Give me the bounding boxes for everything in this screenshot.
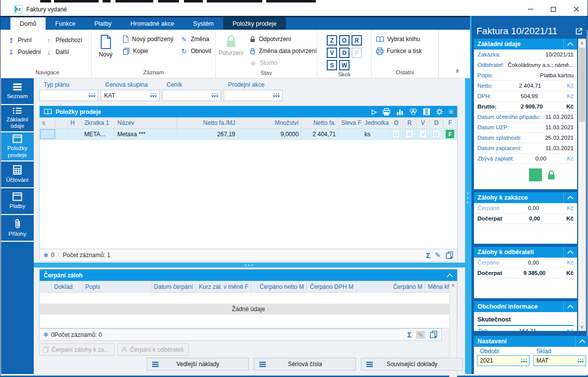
column-header[interactable]: Doklad [52, 281, 83, 292]
sidebar-item-uctovani[interactable]: Účtování [1, 162, 34, 188]
tab-polozky-prodeje[interactable]: Položky prodeje [223, 17, 286, 30]
sum-icon[interactable]: Σ [426, 251, 430, 260]
previous-button[interactable]: ↑Předchozí [44, 34, 86, 46]
unconfirm-button[interactable]: Odpotvrzení [248, 33, 318, 45]
storno-button[interactable]: ⊗Storno [248, 57, 318, 69]
edit-icon[interactable]: ✎ [416, 331, 425, 339]
first-button[interactable]: ↥První [6, 34, 44, 46]
pick-book-button[interactable]: Vybrat knihu [375, 33, 423, 45]
sidebar-item-prilohy[interactable]: Přílohy [1, 215, 34, 242]
column-header[interactable]: R [403, 117, 416, 128]
horizontal-splitter[interactable]: ••• [34, 263, 465, 268]
jump-key-v[interactable]: V [327, 48, 337, 58]
last-button[interactable]: ↧Poslední [6, 46, 44, 58]
sklad-dropdown[interactable]: MAT [533, 355, 586, 366]
minimize-button[interactable] [519, 2, 542, 16]
sidebar-item-platby[interactable]: Platby [1, 188, 34, 215]
scroll-thumb[interactable] [579, 48, 585, 122]
new-child-button[interactable]: Nový podřízený [121, 33, 174, 45]
tab-hromadne-akce[interactable]: Hromadné akce [121, 17, 183, 30]
column-header[interactable] [56, 117, 68, 128]
column-header[interactable]: Netto fa. [301, 117, 339, 128]
refresh-button[interactable]: ↻Obnovit [179, 45, 212, 57]
obdobi-dropdown[interactable]: 2021 [477, 355, 529, 366]
collapse-icon[interactable] [447, 273, 453, 277]
sum-icon[interactable]: Σ [407, 330, 412, 339]
doc-add-icon[interactable] [445, 251, 454, 260]
print-icon[interactable] [382, 108, 391, 115]
venn-icon[interactable] [409, 108, 417, 115]
jump-key-d[interactable]: D [339, 48, 350, 58]
jump-key-r[interactable]: R [352, 35, 362, 46]
row-select-cell[interactable] [40, 129, 56, 139]
sidebar-item-zakladni-udaje[interactable]: Základní údaje [1, 105, 34, 132]
section-header[interactable]: Základní údaje [474, 39, 577, 50]
tab-platby[interactable]: Platby [85, 17, 121, 30]
run-icon[interactable]: ▷ [372, 108, 377, 115]
column-header[interactable]: F [443, 117, 457, 128]
column-header[interactable]: s [40, 117, 56, 128]
jump-key-w[interactable]: W [339, 60, 350, 70]
jump-key-o[interactable]: O [339, 35, 350, 46]
column-header[interactable]: D [430, 117, 443, 128]
change-confirm-date-button[interactable]: Změna data potvrzení [248, 45, 318, 57]
close-button[interactable] [565, 2, 588, 16]
ribbon-collapse-button[interactable]: ∧ [455, 67, 460, 74]
column-header[interactable] [40, 281, 52, 292]
scroll-down-icon[interactable]: ∨ [579, 323, 586, 330]
collapse-icon[interactable] [567, 305, 574, 309]
tab-system[interactable]: Systém [183, 17, 223, 30]
edit-icon[interactable]: ✎ [435, 251, 441, 259]
column-header[interactable]: Čerpáno netto M [251, 281, 307, 292]
column-header[interactable]: Čerpáno DPH M [307, 281, 356, 292]
column-header[interactable]: Zkratka 1 [82, 117, 115, 128]
column-header[interactable]: Množství [238, 117, 302, 128]
cerpani-k-odberateli-button[interactable]: Čerpání k odběrateli [118, 343, 189, 356]
jump-key-f[interactable]: F [352, 48, 362, 58]
typ-planu-dropdown[interactable] [39, 90, 98, 101]
vedlejsi-naklady-button[interactable]: Vedlejší náklady [147, 358, 249, 371]
column-header[interactable]: Jednotka [362, 117, 390, 128]
seriova-cisla-button[interactable]: Sériová čísla [254, 358, 356, 371]
tab-domu[interactable]: Domů [10, 17, 46, 30]
collapse-icon[interactable] [567, 250, 574, 254]
sidebar-item-polozky-prodeje[interactable]: Položky prodeje [1, 132, 34, 161]
menu-icon[interactable]: ≡ [449, 108, 453, 116]
maximize-button[interactable] [542, 2, 565, 16]
change-button[interactable]: ✎Změna [179, 33, 212, 45]
confirm-button[interactable]: Potvrzení [219, 33, 243, 69]
new-button[interactable]: Nový [95, 33, 117, 68]
column-header[interactable]: O [390, 117, 403, 128]
column-header[interactable]: Kurz zál. v měně F [196, 281, 251, 292]
tab-funkce[interactable]: Funkce [46, 17, 85, 30]
cerpani-zalohy-k-zakazce-button[interactable]: Čerpání zálohy k za... [39, 343, 115, 356]
column-header[interactable]: Sleva F [339, 117, 362, 128]
column-header[interactable]: Měna kř. [425, 281, 450, 292]
cenova-skupina-dropdown[interactable]: KAT [101, 90, 160, 101]
scroll-up-icon[interactable]: ∧ [579, 39, 585, 47]
column-header[interactable]: Datum čerpání [152, 281, 196, 292]
column-header[interactable]: V [416, 117, 430, 128]
columns-icon[interactable] [423, 108, 430, 115]
collapse-icon[interactable] [579, 339, 586, 343]
copy-button[interactable]: Kopie [121, 45, 174, 57]
next-button[interactable]: ↓Další [44, 46, 86, 58]
vertical-splitter[interactable]: ••• [465, 78, 470, 374]
cenik-dropdown[interactable] [162, 90, 221, 101]
open-external-icon[interactable] [575, 27, 583, 35]
column-header[interactable]: Čerpáno M [356, 281, 425, 292]
column-header[interactable]: H [68, 117, 82, 128]
functions-print-button[interactable]: Funkce a tisk [375, 45, 423, 57]
collapse-icon[interactable] [567, 196, 574, 200]
section-header[interactable]: Zálohy k odběrateli [474, 247, 577, 258]
detail-panel-scrollbar[interactable]: ∧ ∨ [578, 39, 586, 331]
column-header[interactable]: Popis [83, 281, 152, 292]
section-header[interactable]: Zálohy k zakázce [474, 192, 577, 203]
collapse-icon[interactable] [567, 42, 574, 46]
souvisejici-doklady-button[interactable]: Související doklady [361, 358, 463, 371]
column-header[interactable]: Netto fa./MJ [177, 117, 238, 128]
scroll-up-icon[interactable]: ∧ [450, 281, 457, 289]
jump-key-s[interactable]: S [327, 60, 337, 70]
column-header[interactable]: Název [115, 117, 177, 128]
sidebar-item-seznam[interactable]: Seznam [1, 78, 34, 105]
